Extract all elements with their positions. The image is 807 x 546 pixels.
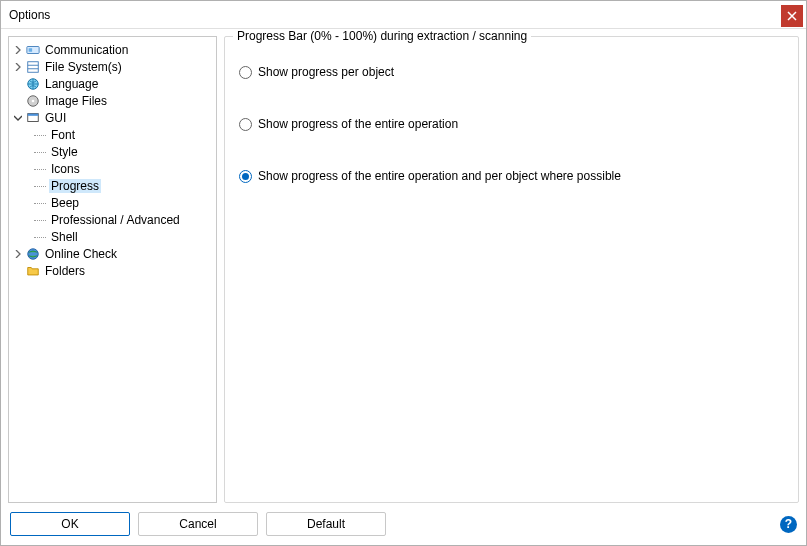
radio-entire-and-per-object[interactable]: Show progress of the entire operation an… <box>239 169 784 183</box>
radio-icon <box>239 118 252 131</box>
communication-icon <box>25 42 41 58</box>
button-bar: OK Cancel Default ? <box>1 503 806 545</box>
tree-label: Progress <box>49 179 101 193</box>
tree-label: Image Files <box>43 94 109 108</box>
tree-item-folders[interactable]: Folders <box>11 262 214 279</box>
image-files-icon <box>25 93 41 109</box>
radio-label: Show progress of the entire operation <box>258 117 458 131</box>
tree-item-progress[interactable]: Progress <box>11 177 214 194</box>
tree-item-professional[interactable]: Professional / Advanced <box>11 211 214 228</box>
expand-icon[interactable] <box>11 250 25 258</box>
folders-icon <box>25 263 41 279</box>
radio-per-object[interactable]: Show progress per object <box>239 65 784 79</box>
tree-label: Icons <box>49 162 82 176</box>
online-check-icon <box>25 246 41 262</box>
tree-label: Online Check <box>43 247 119 261</box>
svg-rect-9 <box>28 113 39 115</box>
radio-label: Show progress per object <box>258 65 394 79</box>
tree-item-onlinecheck[interactable]: Online Check <box>11 245 214 262</box>
tree-label: Font <box>49 128 77 142</box>
close-button[interactable] <box>781 5 803 27</box>
close-icon <box>787 11 797 21</box>
groupbox-title: Progress Bar (0% - 100%) during extracti… <box>233 29 531 43</box>
tree-label: File System(s) <box>43 60 124 74</box>
button-label: Cancel <box>179 517 216 531</box>
tree-label: GUI <box>43 111 68 125</box>
options-tree[interactable]: Communication File System(s) Language Im… <box>8 36 217 503</box>
settings-pane: Progress Bar (0% - 100%) during extracti… <box>224 36 799 503</box>
tree-label: Shell <box>49 230 80 244</box>
gui-icon <box>25 110 41 126</box>
content-area: Communication File System(s) Language Im… <box>1 29 806 503</box>
radio-entire-operation[interactable]: Show progress of the entire operation <box>239 117 784 131</box>
tree-item-imagefiles[interactable]: Image Files <box>11 92 214 109</box>
svg-rect-1 <box>29 48 33 52</box>
tree-item-beep[interactable]: Beep <box>11 194 214 211</box>
tree-label: Language <box>43 77 100 91</box>
tree-item-communication[interactable]: Communication <box>11 41 214 58</box>
button-label: Default <box>307 517 345 531</box>
ok-button[interactable]: OK <box>10 512 130 536</box>
filesystem-icon <box>25 59 41 75</box>
expand-icon[interactable] <box>11 46 25 54</box>
radio-icon <box>239 170 252 183</box>
tree-item-filesystem[interactable]: File System(s) <box>11 58 214 75</box>
tree-item-language[interactable]: Language <box>11 75 214 92</box>
tree-label: Beep <box>49 196 81 210</box>
tree-item-gui[interactable]: GUI <box>11 109 214 126</box>
titlebar: Options <box>1 1 806 29</box>
help-button[interactable]: ? <box>780 516 797 533</box>
tree-item-font[interactable]: Font <box>11 126 214 143</box>
svg-point-10 <box>28 248 39 259</box>
tree-item-shell[interactable]: Shell <box>11 228 214 245</box>
svg-point-7 <box>32 99 35 102</box>
default-button[interactable]: Default <box>266 512 386 536</box>
language-icon <box>25 76 41 92</box>
tree-label: Professional / Advanced <box>49 213 182 227</box>
tree-item-icons[interactable]: Icons <box>11 160 214 177</box>
svg-rect-2 <box>28 61 39 72</box>
tree-label: Style <box>49 145 80 159</box>
tree-item-style[interactable]: Style <box>11 143 214 160</box>
help-icon: ? <box>785 517 792 531</box>
collapse-icon[interactable] <box>11 114 25 122</box>
progress-groupbox: Progress Bar (0% - 100%) during extracti… <box>224 36 799 503</box>
button-label: OK <box>61 517 78 531</box>
expand-icon[interactable] <box>11 63 25 71</box>
radio-icon <box>239 66 252 79</box>
tree-label: Folders <box>43 264 87 278</box>
tree-label: Communication <box>43 43 130 57</box>
window-title: Options <box>9 8 50 22</box>
cancel-button[interactable]: Cancel <box>138 512 258 536</box>
radio-label: Show progress of the entire operation an… <box>258 169 621 183</box>
